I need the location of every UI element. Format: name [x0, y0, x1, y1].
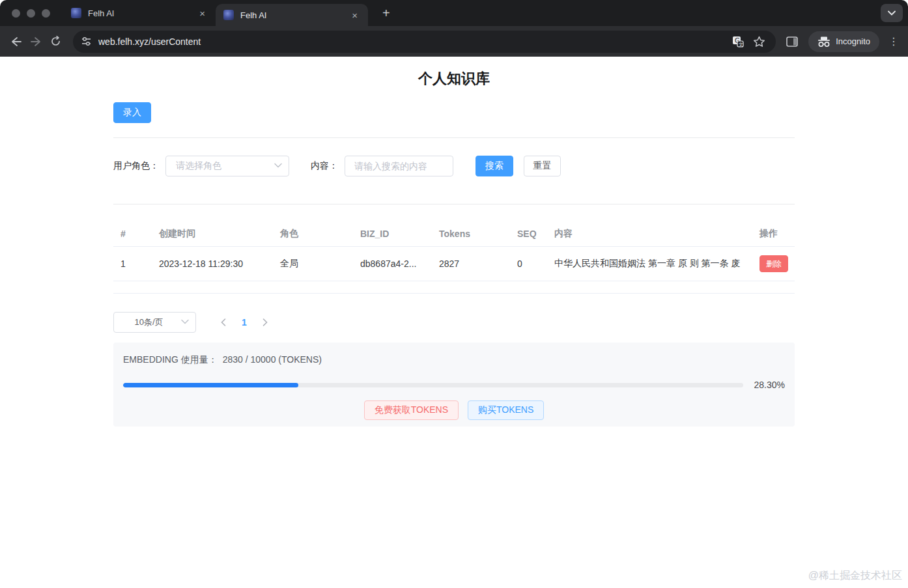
cell-biz-id: db8687a4-2... — [353, 247, 432, 281]
page-size-select[interactable]: 10条/页 — [113, 312, 196, 333]
close-tab-icon[interactable]: × — [197, 7, 208, 20]
new-tab-button[interactable]: + — [377, 5, 395, 21]
column-header-seq: SEQ — [510, 221, 547, 247]
role-label: 用户角色： — [113, 160, 159, 172]
reset-button[interactable]: 重置 — [524, 156, 561, 176]
cell-seq: 0 — [510, 247, 547, 281]
site-settings-icon — [81, 36, 92, 47]
chevron-right-icon — [262, 318, 268, 326]
minimize-window-button[interactable] — [27, 9, 35, 18]
url-text[interactable]: web.felh.xyz/userContent — [98, 36, 732, 47]
embedding-usage-panel: EMBEDDING 使用量：2830 / 10000 (TOKENS) 28.3… — [113, 343, 795, 427]
column-header-role: 角色 — [273, 221, 353, 247]
browser-tab-1[interactable]: Felh AI × — [63, 0, 216, 26]
filter-bar: 用户角色： 请选择角色 内容： 搜索 重置 — [113, 156, 795, 176]
zoom-window-button[interactable] — [42, 9, 50, 18]
side-panel-button[interactable] — [782, 32, 802, 51]
bookmark-star-icon[interactable] — [753, 36, 765, 48]
chevron-left-icon — [221, 318, 226, 326]
current-page-number[interactable]: 1 — [238, 317, 251, 328]
forward-arrow-icon — [30, 36, 42, 47]
add-entry-button[interactable]: 录入 — [113, 102, 151, 123]
table-header-row: # 创建时间 角色 BIZ_ID Tokens SEQ 内容 操作 — [113, 221, 795, 247]
watermark: @稀土掘金技术社区 — [808, 569, 902, 583]
page-content: 个人知识库 录入 用户角色： 请选择角色 内容： 搜索 重置 — [0, 57, 908, 588]
column-header-index: # — [113, 221, 152, 247]
role-select[interactable]: 请选择角色 — [165, 156, 289, 176]
translate-icon[interactable]: G 文 — [732, 36, 744, 48]
incognito-label: Incognito — [836, 36, 870, 46]
cell-created: 2023-12-18 11:29:30 — [152, 247, 273, 281]
next-page-button[interactable] — [259, 316, 272, 329]
close-tab-icon[interactable]: × — [349, 9, 360, 21]
usage-value: 2830 / 10000 (TOKENS) — [223, 354, 322, 365]
usage-percent: 28.30% — [748, 380, 785, 390]
forward-button[interactable] — [26, 32, 46, 51]
tab-strip: Felh AI × Felh AI × + — [0, 0, 908, 26]
close-window-button[interactable] — [12, 9, 20, 18]
pagination-bar: 10条/页 1 — [113, 312, 795, 333]
content-search-input[interactable] — [345, 156, 453, 176]
cell-index: 1 — [113, 247, 152, 281]
table-bottom-border — [113, 281, 795, 294]
chevron-down-icon — [888, 10, 896, 16]
column-header-tokens: Tokens — [432, 221, 510, 247]
usage-progress-bar — [123, 383, 743, 387]
tab-search-button[interactable] — [881, 4, 903, 22]
reload-button[interactable] — [46, 32, 65, 51]
page-title: 个人知识库 — [0, 57, 908, 89]
divider — [113, 137, 795, 138]
window-controls[interactable] — [12, 9, 50, 18]
column-header-actions: 操作 — [752, 221, 795, 247]
column-header-biz-id: BIZ_ID — [353, 221, 432, 247]
tab-title: Felh AI — [88, 8, 197, 18]
incognito-badge: Incognito — [808, 31, 879, 52]
incognito-icon — [817, 36, 830, 47]
browser-menu-button[interactable]: ⋮ — [888, 35, 899, 48]
site-favicon — [223, 10, 234, 20]
tab-title: Felh AI — [240, 10, 349, 20]
knowledge-table: # 创建时间 角色 BIZ_ID Tokens SEQ 内容 操作 1 2023… — [113, 221, 795, 281]
usage-progress-fill — [123, 383, 298, 387]
cell-role: 全局 — [273, 247, 353, 281]
browser-toolbar: web.felh.xyz/userContent G 文 Inc — [0, 26, 908, 57]
free-tokens-button[interactable]: 免费获取TOKENS — [364, 400, 459, 420]
back-button[interactable] — [7, 32, 26, 51]
search-button[interactable]: 搜索 — [475, 156, 513, 176]
content-label: 内容： — [311, 160, 338, 172]
side-panel-icon — [786, 36, 798, 47]
page-size-value: 10条/页 — [134, 316, 163, 328]
cell-content: 中华人民共和国婚姻法 第一章 原 则 第一条 废 — [547, 247, 752, 281]
role-select-placeholder: 请选择角色 — [176, 160, 221, 172]
delete-button[interactable]: 删除 — [759, 255, 788, 272]
site-favicon — [71, 8, 81, 18]
column-header-content: 内容 — [547, 221, 752, 247]
table-row: 1 2023-12-18 11:29:30 全局 db8687a4-2... 2… — [113, 247, 795, 281]
cell-tokens: 2827 — [432, 247, 510, 281]
prev-page-button[interactable] — [217, 316, 230, 329]
usage-label: EMBEDDING 使用量： — [123, 354, 218, 365]
svg-text:文: 文 — [739, 41, 743, 47]
address-bar[interactable]: web.felh.xyz/userContent G 文 — [73, 31, 776, 53]
buy-tokens-button[interactable]: 购买TOKENS — [468, 400, 544, 420]
column-header-created: 创建时间 — [152, 221, 273, 247]
back-arrow-icon — [10, 36, 22, 47]
divider — [113, 204, 795, 204]
reload-icon — [50, 36, 61, 47]
browser-tab-2-active[interactable]: Felh AI × — [216, 4, 368, 26]
chevron-down-icon — [274, 163, 282, 168]
chevron-down-icon — [181, 319, 189, 324]
